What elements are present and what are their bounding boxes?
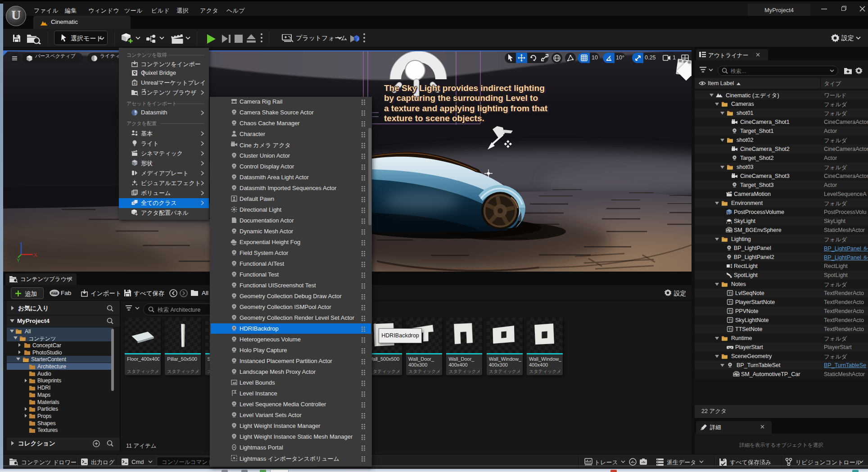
svg-text:FAB: FAB	[51, 292, 58, 295]
svg-text:Y: Y	[17, 258, 20, 263]
svg-text:Tt: Tt	[728, 309, 732, 313]
svg-text:Tt: Tt	[728, 291, 732, 295]
svg-text:Tt: Tt	[728, 327, 732, 331]
svg-text:Tt: Tt	[728, 318, 732, 322]
svg-text:u: u	[134, 82, 136, 85]
svg-text:X: X	[34, 252, 37, 258]
svg-text:Tt: Tt	[728, 300, 732, 304]
